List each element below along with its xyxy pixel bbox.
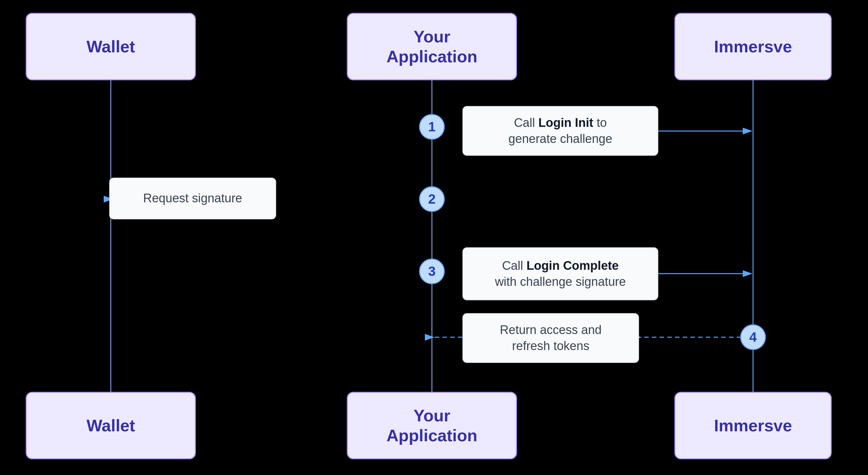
msg-2-text: Request signature bbox=[143, 190, 242, 206]
msg-3-box: Call Login Completewith challenge signat… bbox=[462, 247, 658, 300]
immersve-bottom-label: Immersve bbox=[714, 416, 792, 436]
wallet-top-box: Wallet bbox=[26, 13, 196, 80]
immersve-bottom-box: Immersve bbox=[674, 392, 832, 459]
step-4-circle: 4 bbox=[740, 324, 766, 350]
wallet-top-label: Wallet bbox=[86, 37, 135, 57]
wallet-bottom-box: Wallet bbox=[26, 392, 196, 459]
wallet-bottom-label: Wallet bbox=[86, 416, 135, 436]
immersve-top-label: Immersve bbox=[714, 37, 792, 57]
step-2-label: 2 bbox=[428, 191, 435, 207]
diagram-container: Wallet YourApplication Immersve 1 2 3 4 … bbox=[0, 0, 868, 475]
msg-1-box: Call Login Init togenerate challenge bbox=[462, 106, 658, 156]
step-2-circle: 2 bbox=[419, 186, 445, 212]
immersve-top-box: Immersve bbox=[674, 13, 832, 80]
step-1-label: 1 bbox=[428, 119, 435, 134]
step-1-circle: 1 bbox=[419, 114, 445, 140]
msg-2-box: Request signature bbox=[109, 178, 276, 219]
step-4-label: 4 bbox=[749, 329, 756, 345]
app-bottom-label: YourApplication bbox=[386, 406, 477, 446]
app-bottom-box: YourApplication bbox=[347, 392, 517, 459]
app-top-box: YourApplication bbox=[347, 13, 517, 80]
step-3-label: 3 bbox=[428, 264, 435, 279]
msg-3-text: Call Login Completewith challenge signat… bbox=[495, 258, 626, 290]
msg-1-text: Call Login Init togenerate challenge bbox=[508, 115, 612, 147]
step-3-circle: 3 bbox=[419, 258, 445, 284]
app-top-label: YourApplication bbox=[386, 27, 477, 67]
msg-4-text: Return access andrefresh tokens bbox=[500, 322, 602, 354]
msg-4-box: Return access andrefresh tokens bbox=[462, 313, 639, 363]
